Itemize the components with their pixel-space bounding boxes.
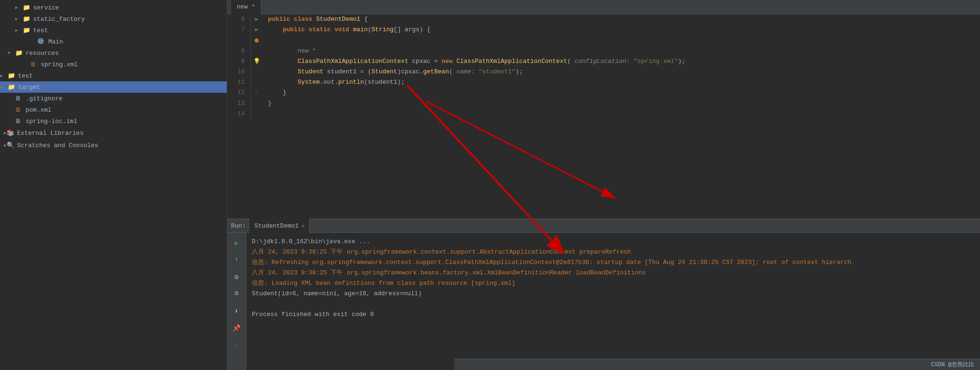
expand-arrow: ▶ xyxy=(0,84,8,90)
watermark-text: CSDN @忽熊比比 xyxy=(931,361,974,369)
run-tab-student-demo[interactable]: StudentDemo1 ✕ xyxy=(249,219,310,233)
console-toolbar: ▶ ↑ ⚙ ≡ ⬇ 📌 ✕ xyxy=(227,233,246,370)
console-line-1: 八月 24, 2023 9:38:25 下午 org.springframewo… xyxy=(252,247,974,257)
tree-item-main[interactable]: 🅒 Main xyxy=(0,36,227,47)
editor-content[interactable]: 6 ▶ public class StudentDemo1 { 7 ▶ ⬤ pu… xyxy=(227,14,980,219)
line-content: ClassPathXmlApplicationContext cpxac = n… xyxy=(262,56,980,67)
code-line-6: 6 ▶ public class StudentDemo1 { xyxy=(227,14,980,25)
tree-item-pom-xml[interactable]: 🗎 pom.xml xyxy=(0,104,227,115)
line-content: public static void main(String[] args) { xyxy=(262,25,980,46)
tree-item-test2[interactable]: ▶ 📁 test xyxy=(0,70,227,81)
line-gutter: ○ xyxy=(251,88,262,98)
tree-item-label: .gitignore xyxy=(26,95,62,102)
scratches-label: Scratches and Consoles xyxy=(17,142,98,149)
folder-icon: 📁 xyxy=(8,72,16,79)
line-content: } xyxy=(262,88,980,98)
stop-button[interactable]: ↑ xyxy=(231,254,243,266)
editor-tab-new[interactable]: new * xyxy=(231,0,261,14)
line-gutter xyxy=(251,109,262,119)
scratches-item[interactable]: ▶ 🔍 Scratches and Consoles xyxy=(0,139,227,151)
line-content: new * xyxy=(262,46,980,56)
code-line-9: 9 💡 ClassPathXmlApplicationContext cpxac… xyxy=(227,56,980,67)
line-gutter: 💡 xyxy=(251,56,262,67)
external-libraries-item[interactable]: ▶ 📚 External Libraries xyxy=(0,127,227,139)
tab-close-button[interactable]: ✕ xyxy=(302,223,305,229)
tree-item-label: Main xyxy=(48,38,63,45)
line-number: 14 xyxy=(227,109,251,119)
line-gutter xyxy=(251,98,262,109)
line-gutter: ▶ xyxy=(251,14,262,25)
tree-item-resources[interactable]: ▼ 📁 resources xyxy=(0,47,227,59)
download-button[interactable]: ⬇ xyxy=(231,305,243,317)
iml-icon: 🗎 xyxy=(15,118,24,125)
line-content xyxy=(262,109,980,119)
tree-item-service[interactable]: ▶ 📁 service xyxy=(0,2,227,13)
line-content: public class StudentDemo1 { xyxy=(262,14,980,25)
scratches-icon: 🔍 xyxy=(7,141,14,149)
code-line-8: 8 new * xyxy=(227,46,980,56)
bulb-icon: 💡 xyxy=(253,58,260,65)
folder-icon: 📁 xyxy=(23,4,31,11)
line-number: 10 xyxy=(227,67,251,77)
line-number: 9 xyxy=(227,56,251,67)
console-line-cmd: D:\jdk1.8.0_162\bin\java.exe ... xyxy=(252,237,974,247)
target-folder-icon: 📁 xyxy=(8,83,16,91)
console-line-blank xyxy=(252,299,974,309)
bottom-bar: CSDN @忽熊比比 xyxy=(454,359,980,370)
console-area: ▶ ↑ ⚙ ≡ ⬇ 📌 ✕ D:\jdk1.8.0_162\bin\java.e… xyxy=(227,233,980,370)
line-number: 8 xyxy=(227,46,251,56)
run-tab-label: StudentDemo1 xyxy=(254,222,299,229)
line-number: 7 xyxy=(227,25,251,46)
expand-arrow: ▶ xyxy=(0,73,8,79)
code-line-14: 14 xyxy=(227,109,980,119)
tree-item-test[interactable]: ▶ 📁 test xyxy=(0,25,227,36)
line-gutter xyxy=(251,67,262,77)
run-button[interactable]: ▶ xyxy=(231,237,243,249)
tree-item-gitignore[interactable]: 🗎 .gitignore xyxy=(0,93,227,104)
tree-item-label: service xyxy=(33,4,59,11)
code-line-7: 7 ▶ ⬤ public static void main(String[] a… xyxy=(227,25,980,46)
tree-item-target[interactable]: ▶ 📁 target xyxy=(0,81,227,93)
tree-item-label: pom.xml xyxy=(26,106,52,114)
filter-button[interactable]: ≡ xyxy=(231,288,243,300)
code-line-12: 12 ○ } xyxy=(227,88,980,98)
ext-libraries-icon: 📚 xyxy=(7,129,14,137)
line-gutter xyxy=(251,77,262,88)
tree-item-label: test xyxy=(18,72,33,79)
code-line-10: 10 Student student1 = (Student)cpxac.get… xyxy=(227,67,980,77)
expand-arrow: ▼ xyxy=(8,51,15,56)
line-number: 11 xyxy=(227,77,251,88)
settings-button[interactable]: ⚙ xyxy=(231,271,243,283)
tree-item-label: static_factory xyxy=(33,16,85,23)
tree-item-static-factory[interactable]: ▶ 📁 static_factory xyxy=(0,13,227,25)
tree-item-spring-ioc-iml[interactable]: 🗎 spring-ioc.iml xyxy=(0,115,227,127)
code-line-13: 13 } xyxy=(227,98,980,109)
tree-item-spring-xml[interactable]: 🗎 spring.xml xyxy=(0,59,227,70)
project-sidebar: ▶ 📁 service ▶ 📁 static_factory ▶ 📁 test xyxy=(0,0,227,370)
tree-item-label: test xyxy=(33,27,48,34)
line-content: Student student1 = (Student)cpxac.getBea… xyxy=(262,67,980,77)
console-output[interactable]: D:\jdk1.8.0_162\bin\java.exe ... 八月 24, … xyxy=(246,233,980,370)
line-gutter xyxy=(251,46,262,56)
java-file-icon: 🅒 xyxy=(38,38,46,45)
run-tab-bar: Run: StudentDemo1 ✕ xyxy=(227,219,980,233)
run-arrow-icon[interactable]: ▶ xyxy=(255,26,258,33)
expand-arrow: ▶ xyxy=(15,27,23,33)
run-arrow-icon[interactable]: ▶ xyxy=(255,16,258,23)
line-content: System.out.println(student1); xyxy=(262,77,980,88)
console-line-exit: Process finished with exit code 0 xyxy=(252,309,974,320)
close-panel-button[interactable]: ✕ xyxy=(231,339,243,351)
console-line-4: 信息: Loading XML bean definitions from cl… xyxy=(252,278,974,289)
right-panel: new * 6 ▶ public class StudentDemo1 { 7 … xyxy=(227,0,980,370)
line-gutter: ▶ ⬤ xyxy=(251,25,262,46)
expand-arrow: ▶ xyxy=(15,5,23,10)
line-number: 6 xyxy=(227,14,251,25)
debug-circle-icon: ⬤ xyxy=(254,38,259,43)
line-number: 12 xyxy=(227,88,251,98)
tree-item-label: resources xyxy=(26,50,59,57)
tree-item-label: spring-ioc.iml xyxy=(26,118,77,125)
console-line-result: Student(id=6, name=nini, age=18, address… xyxy=(252,289,974,299)
console-line-3: 八月 24, 2023 9:38:25 下午 org.springframewo… xyxy=(252,268,974,278)
file-icon: 🗎 xyxy=(15,95,24,102)
tree-item-label: spring.xml xyxy=(41,61,78,68)
